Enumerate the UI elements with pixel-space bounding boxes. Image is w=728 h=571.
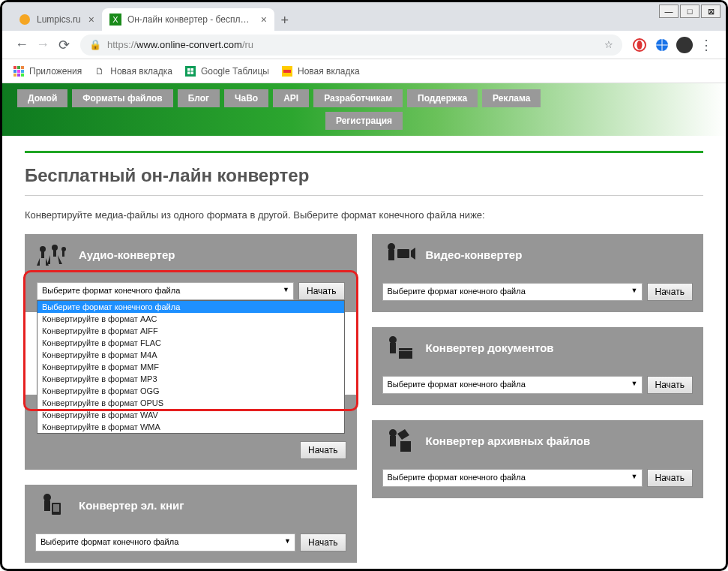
url-host: www.online-convert.com [136, 39, 242, 50]
close-icon[interactable]: × [261, 14, 267, 26]
option-ogg[interactable]: Конвертируйте в формат OGG [37, 385, 344, 397]
nav-faq[interactable]: ЧаВо [224, 89, 268, 107]
window-close[interactable]: ⊠ [701, 5, 721, 18]
nav-blog[interactable]: Блог [178, 89, 220, 107]
format-select[interactable]: Выберите формат конечного файла [35, 533, 295, 551]
page-subtitle: Конвертируйте медиа-файлы из одного форм… [25, 209, 703, 221]
new-tab-button[interactable]: + [274, 10, 295, 31]
svg-rect-30 [53, 504, 59, 512]
lock-icon: 🔒 [89, 39, 101, 50]
card-title: Аудио-конвертер [79, 248, 175, 261]
svg-rect-13 [17, 74, 20, 77]
nav-developers[interactable]: Разработчикам [313, 89, 403, 107]
profile-avatar[interactable] [676, 37, 693, 53]
format-select[interactable]: Выберите формат конечного файла [382, 376, 643, 394]
nav-api[interactable]: API [273, 89, 309, 107]
window-controls: — □ ⊠ [659, 5, 721, 18]
svg-rect-14 [21, 74, 24, 77]
card-video: Видео-конвертер Выберите формат конечног… [372, 234, 704, 312]
yandex-icon [281, 65, 293, 77]
tab-online-convert[interactable]: X Он-лайн конвертер - бесплатно... × [102, 8, 274, 31]
ebook-icon [35, 492, 68, 518]
divider-green [25, 151, 703, 153]
format-select[interactable]: Выберите формат конечного файла [382, 469, 643, 487]
option-placeholder[interactable]: Выберите формат конечного файла [37, 301, 344, 313]
tab-title: Lumpics.ru [37, 14, 81, 25]
svg-point-0 [19, 14, 30, 25]
address-bar[interactable]: 🔒 https:// www.online-convert.com /ru ☆ [80, 35, 622, 56]
svg-point-39 [389, 429, 397, 437]
option-flac[interactable]: Конвертируйте в формат FLAC [37, 337, 344, 349]
audio-dropdown-open: Выберите формат конечного файла Начать В… [31, 276, 351, 440]
nav-formats[interactable]: Форматы файлов [72, 89, 172, 107]
dropdown-options-list: Выберите формат конечного файла Конверти… [37, 300, 345, 434]
svg-text:X: X [112, 15, 118, 24]
option-opus[interactable]: Конвертируйте в формат OPUS [37, 397, 344, 409]
tab-title: Он-лайн конвертер - бесплатно... [127, 14, 253, 25]
option-mmf[interactable]: Конвертируйте в формат MMF [37, 361, 344, 373]
option-wma[interactable]: Конвертируйте в формат WMA [37, 421, 344, 433]
page-content: Домой Форматы файлов Блог ЧаВо API Разра… [2, 83, 726, 571]
svg-rect-10 [17, 70, 20, 73]
bookmark-google-sheets[interactable]: Google Таблицы [184, 65, 269, 77]
bookmark-new-tab[interactable]: 🗋 Новая вкладка [94, 65, 172, 77]
start-button[interactable]: Начать [647, 469, 694, 487]
svg-rect-24 [53, 249, 56, 257]
start-button[interactable]: Начать [647, 376, 694, 394]
start-button[interactable]: Начать [300, 441, 346, 459]
nav-support[interactable]: Поддержка [407, 89, 478, 107]
option-wav[interactable]: Конвертируйте в формат WAV [37, 409, 344, 421]
start-button[interactable]: Начать [300, 533, 346, 551]
extension-opera-icon[interactable] [631, 37, 648, 53]
sheets-icon [184, 65, 196, 77]
main-content: Бесплатный он-лайн конвертер Конвертируй… [2, 136, 726, 571]
bookmark-label: Google Таблицы [201, 66, 269, 77]
window-maximize[interactable]: □ [680, 5, 700, 18]
svg-rect-38 [399, 351, 412, 359]
back-button[interactable]: ← [11, 35, 32, 56]
page-icon: 🗋 [94, 65, 106, 77]
extension-globe-icon[interactable] [654, 37, 670, 53]
browser-toolbar: ← → ⟳ 🔒 https:// www.online-convert.com … [2, 31, 726, 59]
url-prefix: https:// [107, 39, 136, 50]
svg-rect-37 [399, 348, 412, 350]
close-icon[interactable]: × [88, 14, 94, 26]
chrome-menu-button[interactable]: ⋮ [696, 35, 717, 56]
reload-button[interactable]: ⟳ [53, 35, 74, 56]
document-icon [382, 335, 415, 360]
option-mp3[interactable]: Конвертируйте в формат MP3 [37, 373, 344, 385]
start-button[interactable]: Начать [647, 283, 694, 301]
svg-point-4 [637, 41, 643, 50]
svg-rect-12 [13, 74, 16, 77]
option-m4a[interactable]: Конвертируйте в формат M4A [37, 349, 344, 361]
url-path: /ru [242, 39, 253, 50]
svg-rect-28 [44, 500, 50, 511]
option-aiff[interactable]: Конвертируйте в формат AIFF [37, 325, 344, 337]
apps-icon [13, 65, 25, 77]
bookmark-label: Новая вкладка [298, 66, 360, 77]
forward-button[interactable]: → [32, 35, 53, 56]
option-aac[interactable]: Конвертируйте в формат AAC [37, 313, 344, 325]
bookmark-label: Приложения [29, 66, 82, 77]
archive-icon [382, 428, 415, 453]
format-select-open[interactable]: Выберите формат конечного файла [37, 282, 294, 300]
nav-row-2: Регистрация [17, 112, 711, 130]
card-archive: Конвертер архивных файлов Выберите форма… [372, 420, 704, 498]
bookmark-new-tab-2[interactable]: Новая вкладка [281, 65, 360, 77]
nav-home[interactable]: Домой [17, 89, 67, 107]
favicon-convert: X [109, 14, 121, 26]
bookmark-apps[interactable]: Приложения [13, 65, 82, 77]
nav-register[interactable]: Регистрация [325, 112, 403, 130]
grid-col-left: Аудио-конвертер Выберите формат конечног… [25, 234, 357, 563]
svg-rect-26 [62, 251, 64, 257]
tab-lumpics[interactable]: Lumpics.ru × [11, 8, 102, 31]
svg-rect-22 [41, 251, 44, 258]
svg-rect-9 [13, 70, 16, 73]
window-minimize[interactable]: — [659, 5, 679, 18]
bookmark-star-icon[interactable]: ☆ [604, 39, 613, 50]
svg-point-27 [43, 494, 51, 501]
nav-ads[interactable]: Реклама [482, 89, 541, 107]
format-select[interactable]: Выберите формат конечного файла [382, 283, 643, 301]
converter-grid: Аудио-конвертер Выберите формат конечног… [25, 234, 703, 563]
start-button[interactable]: Начать [298, 282, 345, 300]
